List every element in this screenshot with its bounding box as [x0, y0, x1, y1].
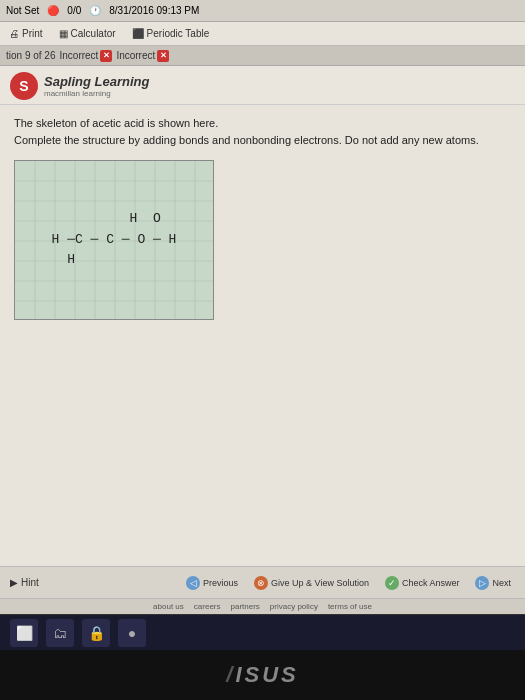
taskbar-btn-1[interactable]: ⬜ — [10, 619, 38, 647]
giveup-button[interactable]: ⊗ Give Up & View Solution — [250, 574, 373, 592]
question-line2: Complete the structure by adding bonds a… — [14, 132, 511, 149]
previous-icon: ◁ — [186, 576, 200, 590]
question-number-label: tion 9 of 26 — [6, 50, 55, 61]
periodic-table-icon: ⬛ — [132, 28, 144, 39]
sapling-header: S Sapling Learning macmillan learning — [0, 66, 525, 105]
next-label: Next — [492, 578, 511, 588]
not-set-label: Not Set — [6, 5, 39, 16]
print-button[interactable]: 🖨 Print — [6, 27, 46, 40]
date-label: 8/31/2016 09:13 PM — [109, 5, 199, 16]
hint-label: Hint — [21, 577, 39, 588]
check-icon: ✓ — [385, 576, 399, 590]
previous-label: Previous — [203, 578, 238, 588]
calculator-label: Calculator — [71, 28, 116, 39]
taskbar-btn-2[interactable]: 🗂 — [46, 619, 74, 647]
print-label: Print — [22, 28, 43, 39]
taskbar: ⬜ 🗂 🔒 ● — [0, 614, 525, 650]
periodic-table-label: Periodic Table — [147, 28, 210, 39]
score-icon: 🔴 — [47, 5, 59, 16]
sapling-subtitle: macmillan learning — [44, 89, 149, 98]
taskbar-btn-4[interactable]: ● — [118, 619, 146, 647]
hint-icon: ▶ — [10, 577, 18, 588]
sapling-title-block: Sapling Learning macmillan learning — [44, 74, 149, 98]
sapling-logo: S — [10, 72, 38, 100]
taskbar-btn-3[interactable]: 🔒 — [82, 619, 110, 647]
check-answer-button[interactable]: ✓ Check Answer — [381, 574, 464, 592]
sapling-logo-letter: S — [19, 78, 28, 94]
bottom-nav: ▶ Hint ◁ Previous ⊗ Give Up & View Solut… — [0, 566, 525, 598]
molecule-text: H OH ─C ─ C ─ O ─ H H — [52, 211, 177, 268]
about-link[interactable]: about us — [153, 602, 184, 611]
sapling-title: Sapling Learning — [44, 74, 149, 89]
incorrect2-tab[interactable]: Incorrect ✕ — [116, 50, 169, 62]
incorrect2-label: Incorrect — [116, 50, 155, 61]
previous-button[interactable]: ◁ Previous — [182, 574, 242, 592]
asus-slash: / — [226, 662, 235, 687]
molecule-display: H OH ─C ─ C ─ O ─ H H — [52, 188, 177, 292]
periodic-table-button[interactable]: ⬛ Periodic Table — [129, 27, 213, 40]
print-icon: 🖨 — [9, 28, 19, 39]
incorrect1-close-icon[interactable]: ✕ — [100, 50, 112, 62]
incorrect1-tab[interactable]: Incorrect ✕ — [59, 50, 112, 62]
giveup-icon: ⊗ — [254, 576, 268, 590]
taskbar-icon-4: ● — [128, 625, 136, 641]
hint-button[interactable]: ▶ Hint — [10, 577, 39, 588]
browser-bar: Not Set 🔴 0/0 🕐 8/31/2016 09:13 PM — [0, 0, 525, 22]
check-label: Check Answer — [402, 578, 460, 588]
calculator-button[interactable]: ▦ Calculator — [56, 27, 119, 40]
privacy-link[interactable]: privacy policy — [270, 602, 318, 611]
question-text: The skeleton of acetic acid is shown her… — [14, 115, 511, 148]
clock-icon: 🕐 — [89, 5, 101, 16]
incorrect2-close-icon[interactable]: ✕ — [157, 50, 169, 62]
careers-link[interactable]: careers — [194, 602, 221, 611]
terms-link[interactable]: terms of use — [328, 602, 372, 611]
partners-link[interactable]: partners — [231, 602, 260, 611]
question-line1: The skeleton of acetic acid is shown her… — [14, 115, 511, 132]
taskbar-icon-2: 🗂 — [53, 625, 67, 641]
calculator-icon: ▦ — [59, 28, 68, 39]
giveup-label: Give Up & View Solution — [271, 578, 369, 588]
score-label: 0/0 — [67, 5, 81, 16]
drawing-canvas[interactable]: H OH ─C ─ C ─ O ─ H H — [14, 160, 214, 320]
asus-logo: /ISUS — [226, 662, 298, 688]
asus-area: /ISUS — [0, 650, 525, 700]
nav-buttons: ◁ Previous ⊗ Give Up & View Solution ✓ C… — [182, 574, 515, 592]
main-content: S Sapling Learning macmillan learning Th… — [0, 66, 525, 614]
footer-links: about us careers partners privacy policy… — [0, 598, 525, 614]
toolbar: 🖨 Print ▦ Calculator ⬛ Periodic Table — [0, 22, 525, 46]
question-area: The skeleton of acetic acid is shown her… — [0, 105, 525, 566]
incorrect1-label: Incorrect — [59, 50, 98, 61]
tab-bar: tion 9 of 26 Incorrect ✕ Incorrect ✕ — [0, 46, 525, 66]
taskbar-icon-3: 🔒 — [88, 625, 105, 641]
taskbar-icon-1: ⬜ — [16, 625, 33, 641]
next-icon: ▷ — [475, 576, 489, 590]
next-button[interactable]: ▷ Next — [471, 574, 515, 592]
question-tab[interactable]: tion 9 of 26 — [6, 50, 55, 61]
